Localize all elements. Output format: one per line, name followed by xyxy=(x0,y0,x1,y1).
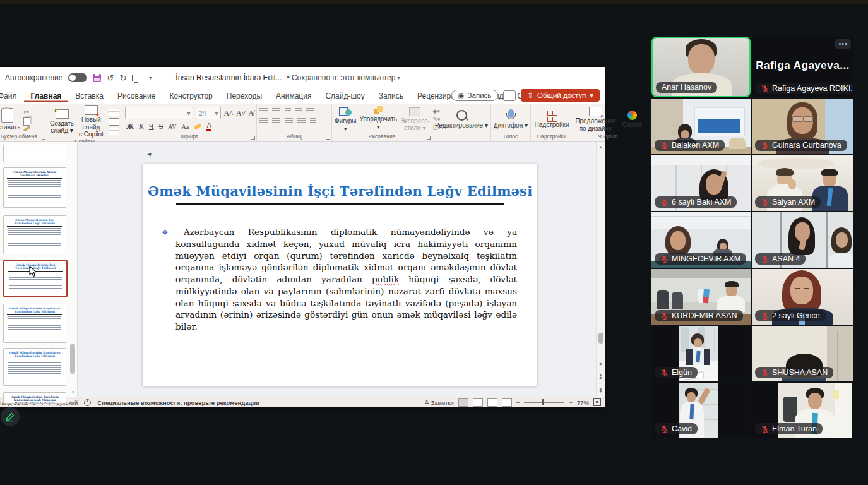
video-tile-6sayli-baki-axm[interactable]: 6 saylı Bakı AXM xyxy=(651,155,751,211)
tab-animations[interactable]: Анимация xyxy=(269,90,318,102)
undo-icon[interactable]: ↺ xyxy=(107,74,114,82)
editing-button[interactable]: Редактирование ▾ xyxy=(435,110,488,129)
font-color-icon[interactable]: А xyxy=(206,122,211,131)
slide-vertical-scrollbar[interactable]: ▲ ▼ ▲▲ ▼▼ xyxy=(596,142,605,397)
strikethrough-button[interactable]: S xyxy=(159,122,163,131)
reset-slide-icon[interactable] xyxy=(109,118,119,126)
tab-insert[interactable]: Вставка xyxy=(68,90,110,102)
char-spacing-icon[interactable]: AV xyxy=(168,123,176,130)
highlight-icon[interactable] xyxy=(194,123,202,129)
arrange-button[interactable]: Упорядочить ▾ xyxy=(359,109,397,130)
slide-layout-icon[interactable] xyxy=(109,109,119,116)
align-center-icon[interactable] xyxy=(272,118,280,124)
zoom-slider[interactable] xyxy=(524,402,564,402)
fit-slide-icon[interactable] xyxy=(593,398,601,406)
thumbnail-slide[interactable]: Əmək Müqaviləsinin İşəgötürən Tərəfindən… xyxy=(3,348,66,386)
copy-icon[interactable] xyxy=(23,117,30,126)
font-size-select[interactable]: 24▾ xyxy=(196,107,221,119)
font-name-select[interactable]: ▾ xyxy=(125,107,193,119)
justify-icon[interactable] xyxy=(297,118,306,124)
slide-sorter-view-button[interactable] xyxy=(473,398,483,407)
video-tile-gulnara-gurbanova[interactable]: Gulnara Gurbanova xyxy=(752,99,853,154)
cut-icon[interactable]: ✂ xyxy=(23,109,28,116)
tab-transitions[interactable]: Переходы xyxy=(220,90,269,102)
addins-button[interactable]: Надстройки xyxy=(535,111,569,129)
zoom-out-icon[interactable]: − xyxy=(516,399,520,406)
thumbnail-slide-partial[interactable]: Əmək Müqaviləsinə Tərəflərin İradəsindən… xyxy=(3,392,66,404)
align-left-icon[interactable] xyxy=(259,118,268,124)
grow-font-icon[interactable]: A˄ xyxy=(223,109,233,118)
shapes-button[interactable]: Фигуры ▾ xyxy=(335,107,356,132)
start-slideshow-icon[interactable] xyxy=(132,75,141,81)
comments-button[interactable] xyxy=(503,90,516,101)
design-ideas-button[interactable]: ✦ Предложенияпо дизайну xyxy=(575,107,615,132)
quick-styles-button[interactable]: Экспресс-стили ▾ xyxy=(400,107,430,132)
previous-slide-icon[interactable]: ▲▲ xyxy=(597,374,605,379)
redo-icon[interactable]: ↻ xyxy=(119,74,126,82)
collapse-ribbon-icon[interactable]: ˅ xyxy=(598,133,601,139)
change-case-icon[interactable]: Aa xyxy=(182,123,189,130)
tab-design[interactable]: Конструктор xyxy=(162,90,219,102)
paste-button[interactable]: Вставить xyxy=(0,108,20,131)
thumbnail-slide[interactable]: Əmək Müqaviləsinin İşəgötürən Tərəfindən… xyxy=(3,304,66,343)
video-tile-anar-hasanov[interactable]: Anar Hasanov xyxy=(651,37,751,97)
zoom-percentage[interactable]: 77% xyxy=(577,399,589,406)
tab-file[interactable]: Файл xyxy=(0,90,24,102)
underline-button[interactable]: Ч xyxy=(149,122,154,131)
next-slide-icon[interactable]: ▼▼ xyxy=(597,388,605,393)
clear-format-icon[interactable]: A̸ xyxy=(248,109,254,118)
scroll-down-icon[interactable]: ▼ xyxy=(597,362,605,366)
thumbnail-scroll-down-icon[interactable]: ▼ xyxy=(71,390,75,394)
thumbnail-slide[interactable]: Əmək Müqaviləsinin İşçi Tərəfindən Ləğv … xyxy=(3,215,66,254)
new-slide-button[interactable]: + Создатьслайд ▾ xyxy=(50,109,74,135)
video-tile-asan-4[interactable]: ASAN 4 xyxy=(752,212,853,268)
copilot-button[interactable]: Copilot xyxy=(622,111,641,129)
video-tile-elman-turan[interactable]: Elman Turan xyxy=(752,383,853,438)
qat-customize-icon[interactable]: ▾ xyxy=(149,75,152,81)
accessibility-status[interactable]: Специальные возможности: проверьте реком… xyxy=(97,399,259,406)
video-tile-kurdemir-asan[interactable]: KURDEMIR ASAN xyxy=(651,269,751,325)
thumbnail-slide-partial[interactable] xyxy=(3,145,66,162)
scrollbar-thumb[interactable] xyxy=(598,333,603,344)
normal-view-button[interactable] xyxy=(458,398,468,407)
video-tile-elgun[interactable]: Elgün xyxy=(651,326,751,381)
video-tile-salyan-axm[interactable]: Salyan AXM xyxy=(752,155,853,211)
tab-home[interactable]: Главная xyxy=(24,90,69,102)
shrink-font-icon[interactable]: A˅ xyxy=(236,109,246,118)
bold-button[interactable]: Ж xyxy=(126,122,134,131)
video-tile-mingecevir-axm[interactable]: MINGECEVIR AXM xyxy=(651,212,751,268)
tab-draw[interactable]: Рисование xyxy=(110,90,162,102)
zoom-in-icon[interactable]: + xyxy=(569,399,573,406)
video-tile-shusha-asan[interactable]: SHUSHA ASAN xyxy=(752,326,853,381)
reading-view-button[interactable] xyxy=(487,398,497,407)
indent-increase-icon[interactable] xyxy=(295,108,302,114)
record-button[interactable]: ◉ Запись xyxy=(451,90,499,101)
format-painter-icon[interactable] xyxy=(23,126,30,132)
dictate-button[interactable]: Диктофон ▾ xyxy=(494,109,528,129)
scroll-up-icon[interactable]: ▲ xyxy=(597,145,605,149)
slide-canvas[interactable]: Əmək Müqaviləsinin İşçi Tərəfindən Ləğv … xyxy=(143,164,537,386)
indent-decrease-icon[interactable] xyxy=(285,108,291,114)
columns-icon[interactable] xyxy=(310,118,316,124)
thumbnail-slide[interactable]: Əmək Müqaviləsinin Xitam Verilməsi Əsasl… xyxy=(3,167,66,208)
video-tile-2sayli-gence[interactable]: 2 sayli Gence xyxy=(752,269,853,325)
video-tile-cavid[interactable]: Cavid xyxy=(651,383,751,438)
save-icon[interactable] xyxy=(93,74,101,82)
tab-slideshow[interactable]: Слайд-шоу xyxy=(318,90,371,102)
saved-status[interactable]: • Сохранено в: этот компьютер xyxy=(287,73,395,82)
italic-button[interactable]: К xyxy=(139,122,144,131)
tile-more-options-icon[interactable]: ••• xyxy=(835,39,851,49)
slide-tools-icon[interactable]: ➤ xyxy=(145,148,157,159)
autosave-toggle[interactable] xyxy=(68,73,87,82)
bullets-icon[interactable] xyxy=(259,108,268,114)
align-right-icon[interactable] xyxy=(285,118,293,124)
notes-button[interactable]: ≙ Заметки xyxy=(424,399,454,406)
video-tile-balaken-axm[interactable]: Balakən AXM xyxy=(651,99,751,154)
numbering-icon[interactable] xyxy=(272,108,280,114)
tab-record[interactable]: Запись xyxy=(372,90,410,102)
section-icon[interactable] xyxy=(109,128,119,135)
annotation-pencil-button[interactable] xyxy=(1,407,20,426)
slideshow-view-button[interactable] xyxy=(502,398,512,407)
line-spacing-icon[interactable] xyxy=(306,108,314,114)
thumbnail-scrollbar[interactable] xyxy=(70,344,75,374)
